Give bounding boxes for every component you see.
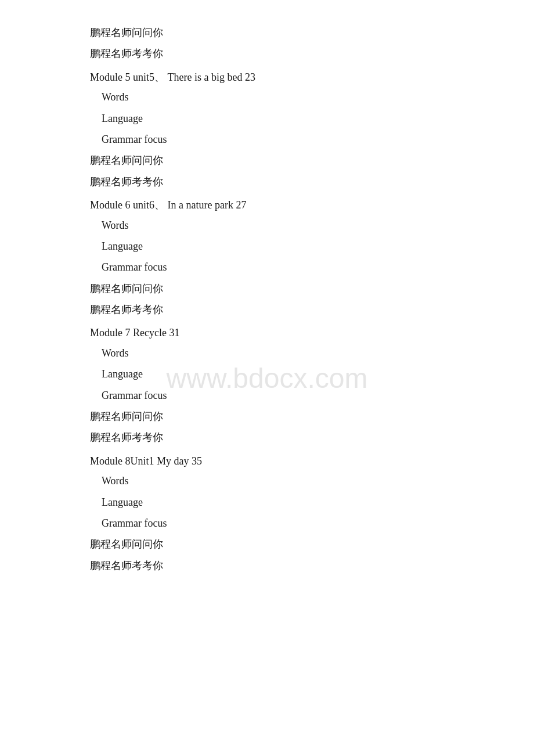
list-item: Language — [90, 493, 444, 512]
list-item: 鹏程名师问问你 — [90, 535, 444, 553]
module8-section: Module 8Unit1 My day 35 Words Language G… — [90, 452, 444, 575]
list-item: 鹏程名师问问你 — [90, 23, 444, 42]
list-item: 鹏程名师考考你 — [90, 428, 444, 447]
list-item: 鹏程名师考考你 — [90, 300, 444, 319]
module8-header: Module 8Unit1 My day 35 — [90, 452, 444, 470]
list-item: Grammar focus — [90, 514, 444, 532]
module6-section: Module 6 unit6、 In a nature park 27 Word… — [90, 196, 444, 319]
list-item: Words — [90, 344, 444, 362]
list-item: 鹏程名师问问你 — [90, 407, 444, 426]
section-intro: 鹏程名师问问你 鹏程名师考考你 — [90, 23, 444, 63]
list-item: Grammar focus — [90, 130, 444, 149]
module5-section: Module 5 unit5、 There is a big bed 23 Wo… — [90, 68, 444, 191]
module7-header: Module 7 Recycle 31 — [90, 323, 444, 342]
list-item: 鹏程名师问问你 — [90, 279, 444, 298]
list-item: Language — [90, 109, 444, 128]
module5-header: Module 5 unit5、 There is a big bed 23 — [90, 68, 444, 87]
list-item: 鹏程名师问问你 — [90, 151, 444, 170]
list-item: 鹏程名师考考你 — [90, 172, 444, 191]
list-item: Grammar focus — [90, 386, 444, 405]
list-item: Language — [90, 365, 444, 383]
page-content: 鹏程名师问问你 鹏程名师考考你 Module 5 unit5、 There is… — [0, 0, 534, 602]
list-item: Words — [90, 216, 444, 235]
list-item: Words — [90, 471, 444, 490]
module7-section: Module 7 Recycle 31 Words Language Gramm… — [90, 323, 444, 447]
list-item: Language — [90, 237, 444, 255]
list-item: Grammar focus — [90, 258, 444, 276]
module6-header: Module 6 unit6、 In a nature park 27 — [90, 196, 444, 214]
list-item: 鹏程名师考考你 — [90, 556, 444, 575]
list-item: 鹏程名师考考你 — [90, 44, 444, 63]
list-item: Words — [90, 88, 444, 106]
